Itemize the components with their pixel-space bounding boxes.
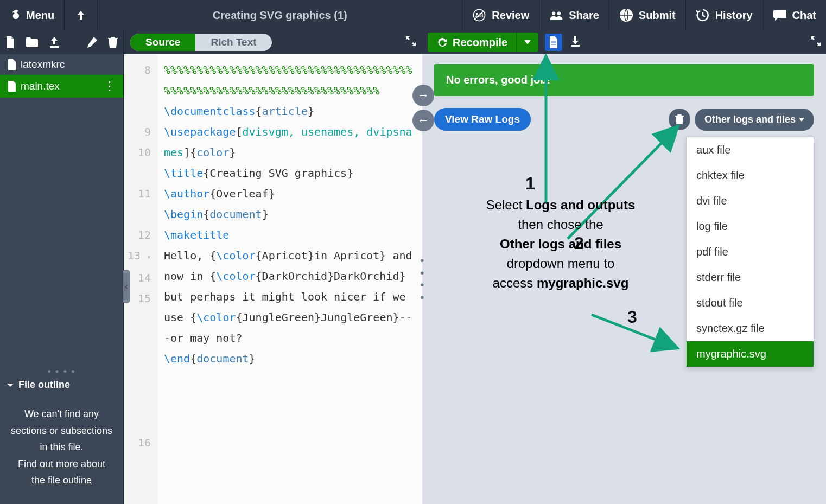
upload-button[interactable] <box>43 30 65 54</box>
dropdown-item-pdf[interactable]: pdf file <box>687 239 814 265</box>
logs-actions-row: View Raw Logs Other logs and files <box>434 108 814 131</box>
dropdown-item-synctex[interactable]: synctex.gz file <box>687 316 814 341</box>
compile-status-success: No errors, good job! <box>434 64 814 96</box>
submit-icon <box>619 8 633 22</box>
expand-icon <box>811 36 821 46</box>
file-icon <box>8 59 16 70</box>
new-file-icon <box>5 36 15 48</box>
share-label: Share <box>569 9 599 22</box>
collapse-filetree-button[interactable]: ‹ <box>123 270 130 303</box>
code-content[interactable]: %%%%%%%%%%%%%%%%%%%%%%%%%%%%%%%%%%%%%%%%… <box>157 54 422 504</box>
pencil-icon <box>86 37 97 48</box>
upload-icon <box>49 37 60 48</box>
file-tree: latexmkrc main.tex ⋮ ● ● ● ● File outlin… <box>0 54 124 504</box>
svg-point-3 <box>557 12 561 16</box>
tab-source[interactable]: Source <box>130 34 195 51</box>
main-area: latexmkrc main.tex ⋮ ● ● ● ● File outlin… <box>0 54 826 504</box>
expand-icon <box>406 36 416 46</box>
caret-down-icon <box>799 118 804 122</box>
download-icon <box>570 36 581 47</box>
outline-resize-handle[interactable]: ● ● ● ● <box>0 368 123 374</box>
other-logs-dropdown-menu: aux file chktex file dvi file log file p… <box>686 137 814 367</box>
editor-mode-switch: Source Rich Text <box>130 34 272 51</box>
code-editor[interactable]: ‹ 8 9 10 11 12 13 ▾ 14 15 16 %%%%%%%%%%%… <box>124 54 422 504</box>
clear-cache-button[interactable] <box>669 109 690 130</box>
recompile-dropdown-toggle[interactable] <box>517 33 538 52</box>
file-item-latexmkrc[interactable]: latexmkrc <box>0 54 123 75</box>
code-token: %%%%%%%%%%%%%%%%%%%%%%%%%%%%%%%%%%%%%%%%… <box>164 63 412 97</box>
refresh-icon <box>436 37 447 48</box>
topbar-right: AB Review Share Submit History Chat <box>462 0 826 30</box>
toolbar-row: Source Rich Text Recompile <box>0 30 826 54</box>
other-logs-label: Other logs and files <box>704 114 796 125</box>
editor-expand-button[interactable] <box>406 36 416 49</box>
file-name: latexmkrc <box>21 59 65 71</box>
caret-down-icon <box>524 40 531 44</box>
logs-panel: No errors, good job! View Raw Logs Other… <box>422 54 826 504</box>
new-folder-button[interactable] <box>21 30 43 54</box>
outline-panel: File outline We can't find any sections … <box>0 374 123 504</box>
chat-icon <box>773 8 787 22</box>
chat-label: Chat <box>792 9 816 22</box>
outline-body: We can't find any sections or subsection… <box>0 396 123 504</box>
home-button[interactable] <box>65 0 98 30</box>
dropdown-item-log[interactable]: log file <box>687 214 814 239</box>
topbar-left: Menu <box>0 0 98 30</box>
home-up-icon <box>77 10 85 21</box>
dropdown-item-aux[interactable]: aux file <box>687 137 814 163</box>
submit-label: Submit <box>639 9 676 22</box>
history-icon <box>696 8 710 22</box>
file-icon <box>8 81 16 92</box>
pdf-toolbar: Recompile <box>422 30 826 54</box>
other-logs-dropdown-button[interactable]: Other logs and files <box>695 109 814 131</box>
file-item-main-tex[interactable]: main.tex ⋮ <box>0 75 123 98</box>
new-file-button[interactable] <box>0 30 21 54</box>
dropdown-item-chktex[interactable]: chktex file <box>687 163 814 188</box>
folder-icon <box>26 37 38 47</box>
overleaf-logo-icon <box>10 9 22 21</box>
history-button[interactable]: History <box>685 0 763 30</box>
tab-rich-text[interactable]: Rich Text <box>195 34 271 51</box>
review-label: Review <box>492 9 529 22</box>
dropdown-item-mygraphic-svg[interactable]: mygraphic.svg <box>687 341 814 367</box>
outline-toggle[interactable]: File outline <box>0 374 123 396</box>
rename-button[interactable] <box>81 30 103 54</box>
outline-empty-text: We can't find any sections or subsection… <box>10 406 113 456</box>
menu-button[interactable]: Menu <box>0 0 65 30</box>
view-raw-logs-button[interactable]: View Raw Logs <box>434 108 531 131</box>
dropdown-item-stdout[interactable]: stdout file <box>687 290 814 316</box>
annotation-text: Select Logs and outputs then chose the O… <box>444 195 677 293</box>
chat-button[interactable]: Chat <box>763 0 826 30</box>
menu-label: Menu <box>26 9 54 22</box>
submit-button[interactable]: Submit <box>609 0 685 30</box>
file-item-menu-button[interactable]: ⋮ <box>104 79 116 93</box>
editor-toolbar: Source Rich Text <box>124 30 422 54</box>
svg-point-2 <box>552 12 556 16</box>
file-name: main.tex <box>21 80 60 92</box>
delete-file-button[interactable] <box>103 30 123 54</box>
review-icon: AB <box>472 8 486 22</box>
dropdown-item-dvi[interactable]: dvi file <box>687 188 814 214</box>
sync-pdf-to-code-button[interactable]: ← <box>412 110 434 131</box>
recompile-button[interactable]: Recompile <box>428 33 538 52</box>
dropdown-item-stderr[interactable]: stderr file <box>687 265 814 290</box>
download-pdf-button[interactable] <box>570 36 581 49</box>
chevron-down-icon <box>7 381 14 389</box>
share-button[interactable]: Share <box>539 0 609 30</box>
sync-code-to-pdf-button[interactable]: → <box>412 85 434 106</box>
logs-button[interactable] <box>545 34 562 51</box>
trash-icon <box>108 37 118 48</box>
pdf-expand-button[interactable] <box>811 36 821 49</box>
svg-line-6 <box>568 128 676 239</box>
annotation-step-3: 3 <box>627 307 637 327</box>
recompile-label: Recompile <box>453 36 507 49</box>
history-label: History <box>715 9 753 22</box>
outline-title: File outline <box>18 379 70 391</box>
file-toolbar <box>0 30 124 54</box>
review-button[interactable]: AB Review <box>462 0 539 30</box>
trash-icon <box>675 114 684 124</box>
outline-help-link[interactable]: Find out more about the file outline <box>10 456 113 489</box>
logs-file-icon <box>549 36 558 48</box>
sync-arrows: → ← <box>412 85 434 131</box>
share-icon <box>549 8 563 22</box>
